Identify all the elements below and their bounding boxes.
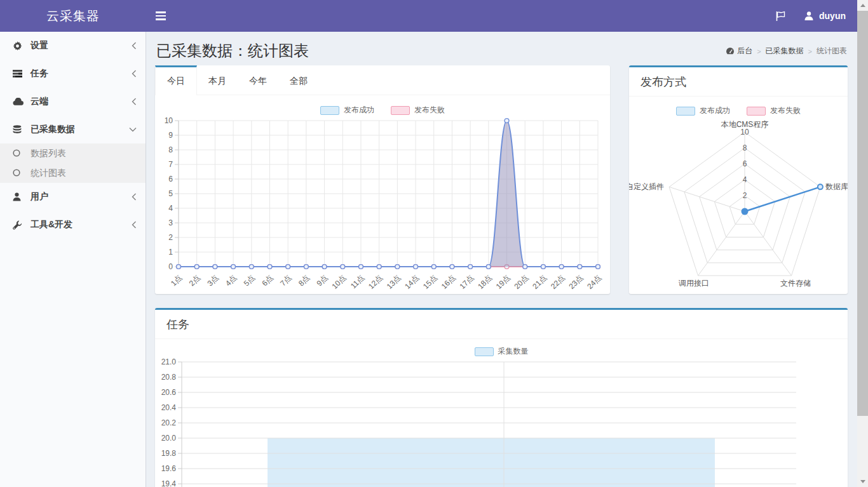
publish-stats-panel: 今日 本月 今年 全部 发布成功 发布失败 0123456789101点2点3点…: [155, 65, 610, 294]
hamburger-icon: [156, 15, 166, 17]
svg-text:22点: 22点: [549, 273, 567, 291]
radar-panel-header: 发布方式: [629, 67, 848, 97]
svg-text:自定义插件: 自定义插件: [629, 182, 664, 191]
svg-text:4: 4: [168, 204, 173, 213]
svg-text:2: 2: [168, 233, 173, 242]
svg-text:19.4: 19.4: [161, 479, 177, 487]
sidebar-subitem-stats-chart[interactable]: 统计图表: [0, 163, 146, 183]
hamburger-icon: [156, 18, 166, 20]
svg-text:23点: 23点: [567, 273, 585, 291]
sidebar-item-collected-data[interactable]: 已采集数据: [0, 116, 146, 143]
legend-item-fail[interactable]: 发布失败: [391, 105, 445, 116]
svg-text:14点: 14点: [403, 273, 421, 291]
legend-swatch-fail: [747, 107, 766, 116]
legend-label: 发布成功: [700, 105, 730, 116]
sidebar-item-label: 已采集数据: [27, 124, 129, 135]
sidebar-item-tools-dev[interactable]: 工具&开发: [0, 211, 146, 239]
chevron-left-icon: [132, 42, 137, 50]
svg-text:7: 7: [168, 160, 173, 169]
svg-text:12点: 12点: [367, 273, 384, 291]
svg-text:18点: 18点: [476, 273, 494, 291]
sidebar-submenu: 数据列表 统计图表: [0, 143, 146, 183]
svg-text:4: 4: [743, 175, 747, 184]
svg-text:20.4: 20.4: [161, 403, 177, 412]
svg-text:15点: 15点: [421, 273, 439, 291]
sidebar-item-label: 用户: [27, 191, 132, 203]
svg-text:20.6: 20.6: [161, 388, 177, 397]
svg-text:20.0: 20.0: [161, 434, 177, 443]
cloud-icon: [13, 98, 24, 105]
person-icon: [804, 11, 814, 21]
svg-text:本地CMS程序: 本地CMS程序: [721, 120, 769, 129]
scrollbar-thumb[interactable]: [857, 11, 868, 416]
svg-text:2: 2: [743, 191, 747, 200]
radar-chart-legend: 发布成功 发布失败: [629, 105, 848, 116]
svg-text:4点: 4点: [224, 273, 238, 288]
content-header: 已采集数据：统计图表 后台 > 已采集数据 > 统计图表: [146, 32, 857, 65]
svg-text:6: 6: [743, 159, 747, 168]
sidebar-item-cloud[interactable]: 云端: [0, 88, 146, 116]
sidebar-subitem-label: 数据列表: [27, 148, 66, 159]
breadcrumb-home-link[interactable]: 后台: [726, 46, 752, 57]
chevron-left-icon: [132, 193, 137, 201]
legend-swatch-success: [676, 107, 695, 116]
hourly-publish-line-chart: 0123456789101点2点3点4点5点6点7点8点9点10点11点12点1…: [155, 116, 610, 294]
svg-text:10: 10: [165, 116, 173, 125]
user-menu[interactable]: duyun: [795, 0, 857, 32]
sidebar-item-settings[interactable]: 设置: [0, 32, 146, 60]
sidebar-item-users[interactable]: 用户: [0, 183, 146, 211]
tab-all[interactable]: 全部: [278, 65, 319, 95]
svg-text:调用接口: 调用接口: [678, 279, 709, 288]
circle-icon: [13, 149, 20, 157]
legend-label: 采集数量: [498, 346, 529, 357]
svg-text:8点: 8点: [297, 273, 311, 288]
chevron-left-icon: [132, 70, 137, 77]
legend-label: 发布失败: [414, 105, 445, 116]
legend-item-fail[interactable]: 发布失败: [747, 105, 801, 116]
legend-item-collect-count[interactable]: 采集数量: [475, 346, 529, 357]
chevron-down-icon: [129, 127, 137, 132]
svg-text:20点: 20点: [513, 273, 531, 291]
legend-item-success[interactable]: 发布成功: [320, 105, 374, 116]
wrench-icon: [13, 220, 22, 230]
sidebar-subitem-data-list[interactable]: 数据列表: [0, 143, 146, 163]
svg-text:9: 9: [168, 131, 173, 140]
circle-icon: [13, 169, 20, 177]
svg-text:9点: 9点: [315, 273, 330, 288]
chevron-left-icon: [132, 98, 137, 105]
app-brand[interactable]: 云采集器: [0, 0, 146, 32]
legend-swatch-success: [320, 106, 339, 115]
tab-today[interactable]: 今日: [155, 65, 197, 95]
legend-item-success[interactable]: 发布成功: [676, 105, 730, 116]
sidebar-item-label: 云端: [27, 96, 132, 107]
svg-text:21.0: 21.0: [161, 357, 177, 366]
svg-text:8: 8: [743, 143, 747, 152]
bar-chart-legend: 采集数量: [155, 346, 848, 357]
svg-text:8: 8: [168, 145, 173, 154]
svg-text:7点: 7点: [278, 273, 293, 288]
time-range-tabs: 今日 本月 今年 全部: [155, 65, 610, 95]
notifications-flag-button[interactable]: [766, 0, 795, 32]
tab-this-year[interactable]: 今年: [238, 65, 278, 95]
svg-text:13点: 13点: [385, 273, 403, 291]
tab-this-month[interactable]: 本月: [197, 65, 238, 95]
gear-icon: [13, 41, 22, 51]
sidebar-toggle-button[interactable]: [146, 0, 175, 32]
svg-text:文件存储: 文件存储: [780, 279, 811, 288]
legend-label: 发布失败: [770, 105, 801, 116]
hamburger-icon: [156, 11, 166, 13]
tasks-bar-chart: 21.020.820.620.420.220.019.819.619.4: [155, 357, 848, 487]
svg-text:5: 5: [168, 189, 173, 198]
svg-text:20.8: 20.8: [161, 373, 177, 382]
sidebar-item-label: 设置: [27, 40, 132, 51]
scrollbar-up-arrow[interactable]: [857, 0, 868, 11]
sidebar-item-tasks[interactable]: 任务: [0, 60, 146, 88]
sidebar-item-label: 工具&开发: [27, 219, 132, 230]
tasks-icon: [13, 69, 22, 78]
breadcrumb: 后台 > 已采集数据 > 统计图表: [726, 46, 847, 57]
legend-label: 发布成功: [344, 105, 374, 116]
scrollbar-down-arrow[interactable]: [857, 476, 868, 487]
breadcrumb-section-link[interactable]: 已采集数据: [766, 46, 804, 57]
svg-text:6: 6: [168, 175, 173, 183]
user-icon: [13, 192, 21, 201]
